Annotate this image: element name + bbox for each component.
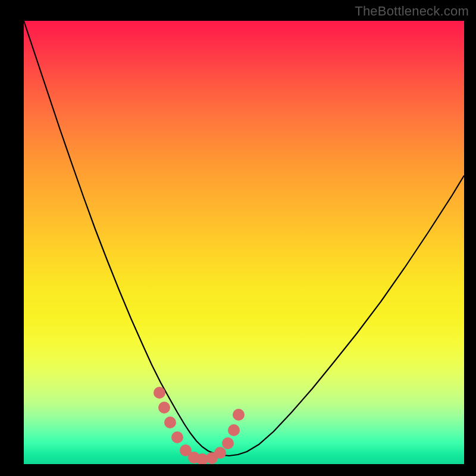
bottleneck-curve bbox=[24, 21, 464, 456]
marker-point bbox=[214, 447, 226, 459]
marker-point bbox=[222, 437, 234, 449]
marker-point bbox=[228, 424, 240, 436]
marker-point bbox=[158, 402, 170, 414]
marker-point bbox=[154, 387, 165, 399]
marker-point bbox=[164, 416, 176, 428]
watermark-text: TheBottleneck.com bbox=[355, 4, 469, 19]
chart-svg bbox=[24, 21, 464, 464]
chart-plot-area bbox=[24, 21, 464, 464]
marker-point bbox=[233, 409, 245, 421]
marker-point bbox=[171, 431, 183, 443]
marker-points bbox=[154, 387, 245, 464]
